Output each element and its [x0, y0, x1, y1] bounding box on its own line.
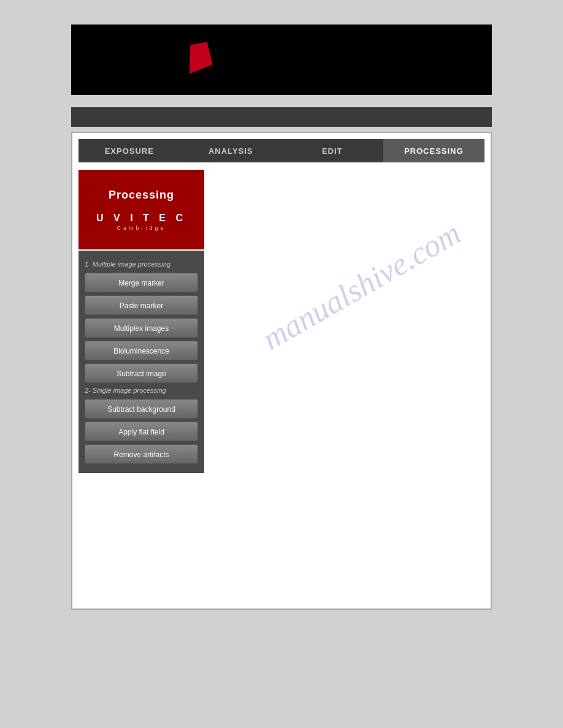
brand-subtitle: Cambridge — [117, 225, 166, 231]
tab-processing[interactable]: PROCESSING — [383, 139, 485, 162]
preview-shape — [187, 40, 213, 74]
bioluminescence-button[interactable]: Bioluminescence — [85, 341, 198, 360]
multiplex-images-button[interactable]: Multiplex images — [85, 318, 198, 338]
sidebar: Processing U V I T E C Cambridge 1- Mult… — [79, 170, 207, 473]
main-panel: EXPOSURE ANALYSIS EDIT PROCESSING manual… — [71, 132, 492, 610]
tab-exposure[interactable]: EXPOSURE — [79, 139, 180, 162]
toolbar-bar — [71, 107, 492, 127]
tab-analysis[interactable]: ANALYSIS — [180, 139, 282, 162]
section1-label: 1- Multiple image processing — [83, 260, 199, 268]
brand-name: U V I T E C — [96, 213, 186, 224]
subtract-background-button[interactable]: Subtract background — [85, 399, 198, 419]
processing-title: Processing — [109, 189, 174, 202]
camera-preview — [71, 25, 492, 95]
apply-flat-field-button[interactable]: Apply flat field — [85, 422, 198, 441]
subtract-image-button[interactable]: Subtract image — [85, 363, 198, 383]
paste-marker-button[interactable]: Paste marker — [85, 295, 198, 315]
content-area: manualshive.com Processing U V I T E C C… — [79, 170, 484, 473]
merge-marker-button[interactable]: Merge marker — [85, 273, 198, 292]
processing-header: Processing U V I T E C Cambridge — [79, 170, 204, 249]
section2-label: 2- Single image processing — [83, 387, 199, 394]
sidebar-dark: 1- Multiple image processing Merge marke… — [79, 251, 204, 473]
watermark: manualshive.com — [256, 214, 467, 357]
nav-tabs: EXPOSURE ANALYSIS EDIT PROCESSING — [79, 139, 484, 162]
remove-artifacts-button[interactable]: Remove artifacts — [85, 444, 198, 464]
tab-edit[interactable]: EDIT — [282, 139, 383, 162]
